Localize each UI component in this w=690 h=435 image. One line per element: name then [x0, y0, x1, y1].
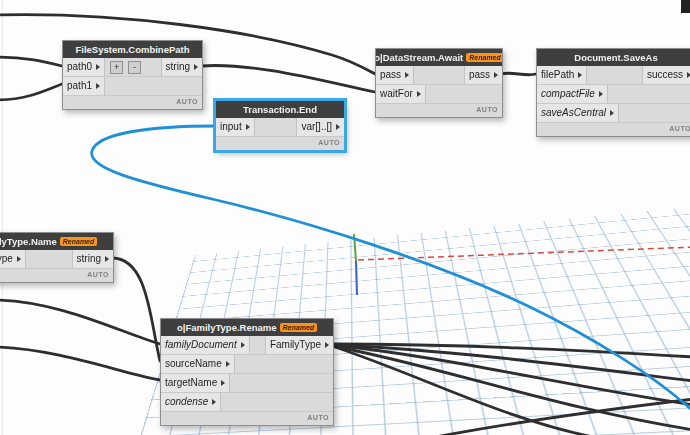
dynamo-canvas[interactable]: FileSystem.CombinePath path0 + - string …	[0, 0, 690, 435]
wire[interactable]	[0, 84, 62, 100]
output-port-success[interactable]: success	[642, 66, 690, 84]
port-arrow-icon	[246, 124, 250, 130]
port-label: FamilyType	[270, 340, 321, 350]
node-familytype-rename[interactable]: o|FamilyType.Rename Renamed familyDocume…	[160, 318, 334, 426]
node-body: familyType string	[0, 250, 113, 269]
port-arrow-icon	[96, 64, 100, 70]
port-label: familyType	[0, 254, 13, 264]
input-port-familytype[interactable]: familyType	[0, 250, 26, 268]
wire[interactable]	[501, 73, 536, 75]
port-arrow-icon	[241, 342, 245, 348]
output-port-string[interactable]: string	[161, 58, 202, 76]
input-port-sourcename[interactable]: sourceName	[161, 355, 235, 373]
node-familytype-name[interactable]: FamilyType.Name Renamed familyType strin…	[0, 232, 114, 283]
port-label: waitFor	[380, 89, 413, 99]
lacing-indicator[interactable]: AUTO	[176, 98, 198, 105]
port-row: pass pass	[376, 66, 502, 85]
port-row: sourceName	[161, 355, 333, 374]
add-input-button[interactable]: +	[110, 61, 123, 74]
node-body: input var[]..[]	[216, 118, 344, 137]
node-header[interactable]: o|DataStream.Await Renamed	[376, 49, 502, 66]
port-label: pass	[380, 70, 401, 80]
node-filesystem-combinepath[interactable]: FileSystem.CombinePath path0 + - string …	[62, 40, 203, 110]
node-header[interactable]: FileSystem.CombinePath	[63, 41, 202, 58]
wire[interactable]	[201, 65, 375, 92]
input-port-familydocument[interactable]: familyDocument	[161, 336, 250, 354]
port-label: string	[77, 254, 101, 264]
port-label: path0	[67, 62, 92, 72]
node-header[interactable]: o|FamilyType.Rename Renamed	[161, 319, 333, 336]
port-arrow-icon	[599, 91, 603, 97]
wire[interactable]	[112, 258, 160, 361]
output-port-var[interactable]: var[]..[]	[296, 118, 344, 136]
port-label: familyDocument	[165, 340, 237, 350]
port-row: familyType string	[0, 250, 113, 269]
port-label: var[]..[]	[301, 122, 332, 132]
node-title: FamilyType.Name	[0, 236, 57, 247]
port-arrow-icon	[336, 124, 340, 130]
input-port-filepath[interactable]: filePath	[537, 66, 587, 84]
node-body: filePath success compactFile saveAsCentr…	[537, 66, 690, 123]
port-label: filePath	[541, 70, 574, 80]
renamed-badge: Renamed	[280, 323, 318, 332]
port-arrow-icon	[194, 64, 198, 70]
input-port-pass[interactable]: pass	[376, 66, 414, 84]
wire[interactable]	[0, 300, 160, 344]
port-row: input var[]..[]	[216, 118, 344, 137]
input-port-path0[interactable]: path0	[63, 58, 105, 76]
output-port-familytype[interactable]: FamilyType	[265, 336, 333, 354]
port-row: condense	[161, 393, 333, 412]
input-port-targetname[interactable]: targetName	[161, 374, 230, 392]
node-body: familyDocument FamilyType sourceName tar…	[161, 336, 333, 412]
lacing-indicator[interactable]: AUTO	[307, 414, 329, 421]
remove-input-button[interactable]: -	[128, 61, 141, 74]
port-label: pass	[469, 70, 490, 80]
node-footer: AUTO	[376, 104, 502, 117]
port-row: waitFor	[376, 85, 502, 104]
node-footer: AUTO	[216, 137, 344, 150]
port-arrow-icon	[105, 256, 109, 262]
input-port-condense[interactable]: condense	[161, 393, 221, 411]
lacing-indicator[interactable]: AUTO	[476, 106, 498, 113]
input-port-path1[interactable]: path1	[63, 77, 105, 95]
input-port-waitfor[interactable]: waitFor	[376, 85, 426, 103]
node-title: FileSystem.CombinePath	[75, 44, 189, 55]
port-row: path1	[63, 77, 202, 96]
input-port-saveascentral[interactable]: saveAsCentral	[537, 104, 619, 122]
port-label: condense	[165, 397, 208, 407]
node-datastream-await[interactable]: o|DataStream.Await Renamed pass pass wai…	[375, 48, 503, 118]
input-port-compactfile[interactable]: compactFile	[537, 85, 608, 103]
node-document-saveas[interactable]: Document.SaveAs filePath success compact…	[536, 48, 690, 137]
node-header[interactable]: Document.SaveAs	[537, 49, 690, 66]
port-label: sourceName	[165, 359, 222, 369]
port-row: path0 + - string	[63, 58, 202, 77]
wire[interactable]	[0, 57, 62, 66]
lacing-indicator[interactable]: AUTO	[669, 125, 690, 132]
node-title: o|FamilyType.Rename	[177, 322, 277, 333]
port-label: input	[220, 122, 242, 132]
node-body: path0 + - string path1	[63, 58, 202, 96]
port-row: familyDocument FamilyType	[161, 336, 333, 355]
axis-z-blue	[356, 261, 357, 295]
output-port-pass[interactable]: pass	[464, 66, 502, 84]
node-footer: AUTO	[161, 412, 333, 425]
port-row: saveAsCentral	[537, 104, 690, 123]
lacing-indicator[interactable]: AUTO	[87, 271, 109, 278]
node-header[interactable]: FamilyType.Name Renamed	[0, 233, 113, 250]
wire[interactable]	[0, 347, 160, 380]
wire[interactable]	[332, 346, 598, 435]
input-port-input[interactable]: input	[216, 118, 255, 136]
node-title: Document.SaveAs	[574, 52, 657, 63]
port-row: targetName	[161, 374, 333, 393]
renamed-badge: Renamed	[60, 237, 98, 246]
lacing-indicator[interactable]: AUTO	[318, 139, 340, 146]
port-arrow-icon	[226, 361, 230, 367]
port-arrow-icon	[325, 342, 329, 348]
output-port-string[interactable]: string	[72, 250, 113, 268]
port-arrow-icon	[494, 72, 498, 78]
port-arrow-icon	[17, 256, 21, 262]
node-transaction-end[interactable]: Transaction.End input var[]..[] AUTO	[215, 100, 345, 151]
node-header[interactable]: Transaction.End	[216, 101, 344, 118]
port-row: compactFile	[537, 85, 690, 104]
port-label: saveAsCentral	[541, 108, 606, 118]
